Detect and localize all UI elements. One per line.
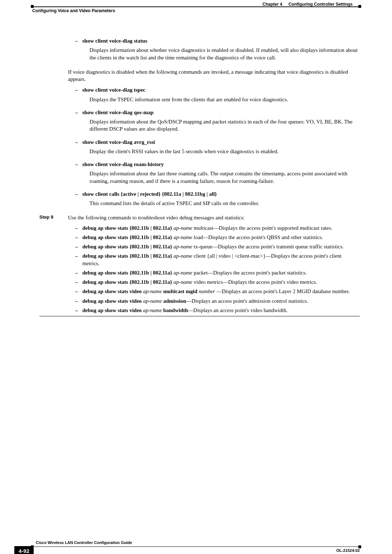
command-description: Displays information about the QoS/DSCP … bbox=[89, 118, 360, 133]
chapter-label: Chapter 4 bbox=[262, 2, 282, 7]
command-description: Displays the TSPEC information sent from… bbox=[89, 96, 360, 103]
mid-paragraph: If voice diagnostics is disabled when th… bbox=[68, 68, 360, 83]
command-name: show client voice-diag status bbox=[82, 37, 360, 44]
dash-icon: – bbox=[75, 138, 82, 159]
step-label: Step 9 bbox=[39, 214, 68, 221]
dash-icon: – bbox=[75, 269, 82, 276]
dash-icon: – bbox=[75, 190, 82, 211]
list-item: – show client voice-diag status Displays… bbox=[75, 37, 360, 65]
command-name: show client voice-diag avrg_rssi bbox=[82, 138, 360, 146]
command-line: debug ap show stats {802.11b | 802.11a} … bbox=[82, 278, 360, 286]
command-line: debug ap show stats video ap-name admiss… bbox=[82, 297, 360, 305]
footer-rule bbox=[32, 546, 360, 547]
list-item: – show client calls {active | rejected} … bbox=[75, 190, 360, 211]
list-item: – show client voice-diag qos-map Display… bbox=[75, 109, 360, 136]
command-name: show client voice-diag tspec bbox=[82, 86, 360, 93]
dash-icon: – bbox=[75, 297, 82, 305]
dash-icon: – bbox=[75, 288, 82, 295]
command-list-step9: – debug ap show stats {802.11b | 802.11a… bbox=[75, 224, 360, 314]
dash-icon: – bbox=[75, 161, 82, 188]
command-list-b: – show client voice-diag tspec Displays … bbox=[75, 86, 360, 210]
page-header: Chapter 4 Configuring Controller Setting… bbox=[32, 4, 360, 16]
command-line: debug ap show stats {802.11b | 802.11a} … bbox=[82, 243, 360, 250]
list-item: – debug ap show stats {802.11b | 802.11a… bbox=[75, 269, 360, 276]
command-name: show client voice-diag qos-map bbox=[82, 109, 360, 116]
command-line: debug ap show stats {802.11b | 802.11a} … bbox=[82, 252, 360, 267]
header-rule bbox=[32, 6, 360, 7]
list-item: – debug ap show stats {802.11b | 802.11a… bbox=[75, 252, 360, 267]
command-description: This command lists the details of active… bbox=[89, 200, 360, 207]
command-description: Displays information about whether voice… bbox=[89, 47, 360, 61]
command-description: Displays information about the last thre… bbox=[89, 170, 360, 185]
section-end-rule bbox=[39, 316, 360, 316]
dash-icon: – bbox=[75, 86, 82, 107]
list-item: – debug ap show stats video ap-name admi… bbox=[75, 297, 360, 305]
list-item: – show client voice-diag tspec Displays … bbox=[75, 86, 360, 107]
list-item: – debug ap show stats {802.11b | 802.11a… bbox=[75, 224, 360, 232]
list-item: – show client voice-diag avrg_rssi Displ… bbox=[75, 138, 360, 159]
dash-icon: – bbox=[75, 234, 82, 241]
step-intro: Use the following commands to troublesho… bbox=[68, 214, 360, 221]
page-footer: Cisco Wireless LAN Controller Configurat… bbox=[0, 546, 392, 547]
command-line: debug ap show stats video ap-name bandwi… bbox=[82, 307, 360, 314]
command-name: show client voice-diag roam-history bbox=[82, 161, 360, 168]
list-item: – debug ap show stats {802.11b | 802.11a… bbox=[75, 243, 360, 250]
dash-icon: – bbox=[75, 37, 82, 65]
dash-icon: – bbox=[75, 224, 82, 232]
list-item: – debug ap show stats {802.11b | 802.11a… bbox=[75, 278, 360, 286]
page-number: 4-92 bbox=[14, 546, 34, 554]
dash-icon: – bbox=[75, 278, 82, 286]
command-line: debug ap show stats {802.11b | 802.11a} … bbox=[82, 224, 360, 232]
chapter-title: Configuring Controller Settings bbox=[289, 2, 353, 7]
header-ornament-left bbox=[31, 5, 34, 8]
list-item: – debug ap show stats video ap-name mult… bbox=[75, 288, 360, 295]
dash-icon: – bbox=[75, 243, 82, 250]
dash-icon: – bbox=[75, 252, 82, 267]
section-title: Configuring Voice and Video Parameters bbox=[32, 8, 115, 14]
command-name: show client calls {active | rejected} {8… bbox=[82, 190, 360, 198]
footer-doc-id: OL-21524-02 bbox=[337, 548, 360, 553]
command-line: debug ap show stats {802.11b | 802.11a} … bbox=[82, 234, 360, 241]
dash-icon: – bbox=[75, 109, 82, 136]
command-list-a: – show client voice-diag status Displays… bbox=[75, 37, 360, 65]
list-item: – debug ap show stats {802.11b | 802.11a… bbox=[75, 234, 360, 241]
dash-icon: – bbox=[75, 307, 82, 314]
list-item: – debug ap show stats video ap-name band… bbox=[75, 307, 360, 314]
footer-guide-title: Cisco Wireless LAN Controller Configurat… bbox=[36, 540, 132, 545]
page-content: – show client voice-diag status Displays… bbox=[39, 37, 360, 316]
list-item: – show client voice-diag roam-history Di… bbox=[75, 161, 360, 188]
step-row: Step 9 Use the following commands to tro… bbox=[39, 214, 360, 221]
command-line: debug ap show stats video ap-name multic… bbox=[82, 288, 360, 295]
command-line: debug ap show stats {802.11b | 802.11a} … bbox=[82, 269, 360, 276]
header-ornament-right bbox=[358, 5, 361, 8]
command-description: Display the client's RSSI values in the … bbox=[89, 148, 360, 155]
